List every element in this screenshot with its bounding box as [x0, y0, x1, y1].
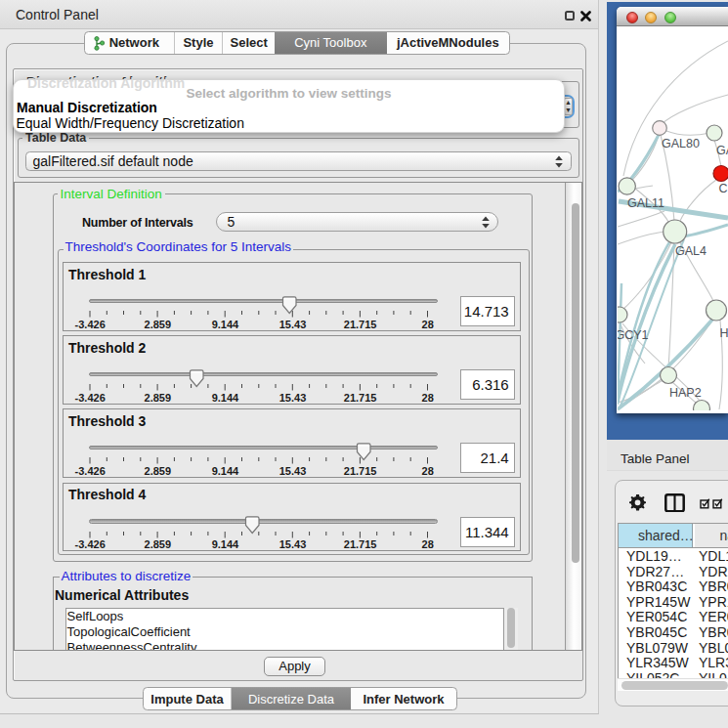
svg-text:H: H	[720, 326, 728, 340]
svg-text:GAL80: GAL80	[662, 137, 700, 150]
svg-text:HAP2: HAP2	[669, 386, 702, 400]
svg-text:C: C	[719, 182, 728, 195]
svg-text:GA: GA	[716, 144, 728, 157]
svg-text:GAL11: GAL11	[627, 196, 664, 210]
svg-text:GCY1: GCY1	[618, 328, 649, 342]
svg-text:GAL4: GAL4	[675, 244, 707, 258]
